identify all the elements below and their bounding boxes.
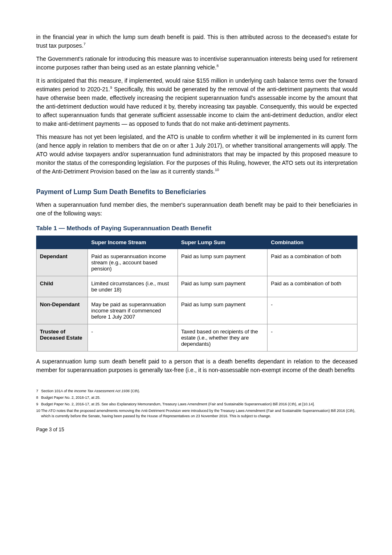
cell: Paid as lump sum payment bbox=[178, 276, 267, 297]
cell: Paid as a combination of both bbox=[267, 276, 357, 297]
footnote-text: The ATO notes that the proposed amendmen… bbox=[41, 408, 357, 418]
subheading-table-1: Table 1 — Methods of Paying Superannuati… bbox=[36, 224, 357, 231]
paragraph-rationale: The Government's rationale for introduci… bbox=[36, 55, 357, 72]
cell: Paid as superannuation income stream (e.… bbox=[88, 249, 178, 276]
footnote-ref-7: 7 bbox=[83, 42, 85, 46]
table-row: Child Limited circumstances (i.e., must … bbox=[37, 276, 357, 297]
row-label-trustee: Trustee of Deceased Estate bbox=[37, 324, 88, 352]
footnote-ref-10: 10 bbox=[215, 168, 219, 172]
footnote-text: Section 101A of the Income Tax Assessmen… bbox=[41, 388, 357, 393]
footnote-number: 9 bbox=[36, 402, 41, 407]
footnote-9: 9 Budget Paper No. 2, 2016-17, at 25. Se… bbox=[36, 402, 357, 407]
paragraph-not-legislated: This measure has not yet been legislated… bbox=[36, 133, 357, 176]
footnote-8: 8 Budget Paper No. 2, 2016-17, at 25. bbox=[36, 395, 357, 400]
th-combination: Combination bbox=[267, 236, 357, 249]
footnote-7: 7 Section 101A of the Income Tax Assessm… bbox=[36, 388, 357, 393]
th-lump-sum: Super Lump Sum bbox=[178, 236, 267, 249]
footnote-text: Budget Paper No. 2, 2016-17, at 25. See … bbox=[41, 402, 357, 407]
p1-text: The Government's rationale for introduci… bbox=[36, 56, 357, 71]
cell: Paid as lump sum payment bbox=[178, 249, 267, 276]
footnote-10: 10 The ATO notes that the proposed amend… bbox=[36, 408, 357, 418]
table-methods-paying-benefit: Super Income Stream Super Lump Sum Combi… bbox=[36, 236, 357, 352]
table-row: Dependant Paid as superannuation income … bbox=[37, 249, 357, 276]
row-label-child: Child bbox=[37, 276, 88, 297]
row-label-non-dependant: Non-Dependant bbox=[37, 297, 88, 324]
paragraph-continuation: in the financial year in which the lump … bbox=[36, 33, 357, 50]
cell: - bbox=[267, 324, 357, 352]
cell: Taxed based on recipients of the estate … bbox=[178, 324, 267, 352]
paragraph-after-table: A superannuation lump sum death benefit … bbox=[36, 357, 357, 375]
table-row: Trustee of Deceased Estate - Taxed based… bbox=[37, 324, 357, 352]
th-income-stream: Super Income Stream bbox=[88, 236, 178, 249]
th-blank bbox=[37, 236, 88, 249]
p0-text: in the financial year in which the lump … bbox=[36, 34, 357, 49]
cell: - bbox=[88, 324, 178, 352]
table-row: Non-Dependant May be paid as superannuat… bbox=[37, 297, 357, 324]
cell: Paid as lump sum payment bbox=[178, 297, 267, 324]
page-footer: Page 3 of 15 bbox=[36, 427, 357, 432]
footnote-number: 10 bbox=[36, 408, 41, 418]
footnote-number: 7 bbox=[36, 388, 41, 393]
cell: Limited circumstances (i.e., must be und… bbox=[88, 276, 178, 297]
cell: - bbox=[267, 297, 357, 324]
table-header-row: Super Income Stream Super Lump Sum Combi… bbox=[37, 236, 357, 249]
paragraph-intro-payment: When a superannuation fund member dies, … bbox=[36, 201, 357, 218]
p3-text: This measure has not yet been legislated… bbox=[36, 134, 357, 175]
paragraph-anticipated: It is anticipated that this measure, if … bbox=[36, 76, 357, 128]
cell: Paid as a combination of both bbox=[267, 249, 357, 276]
footnote-text: Budget Paper No. 2, 2016-17, at 25. bbox=[41, 395, 357, 400]
footnote-number: 8 bbox=[36, 395, 41, 400]
cell: May be paid as superannuation income str… bbox=[88, 297, 178, 324]
heading-payment-lump-sum: Payment of Lump Sum Death Benefits to Be… bbox=[36, 188, 357, 196]
footnote-ref-8: 8 bbox=[217, 64, 219, 68]
row-label-dependant: Dependant bbox=[37, 249, 88, 276]
footnotes: 7 Section 101A of the Income Tax Assessm… bbox=[36, 388, 357, 419]
